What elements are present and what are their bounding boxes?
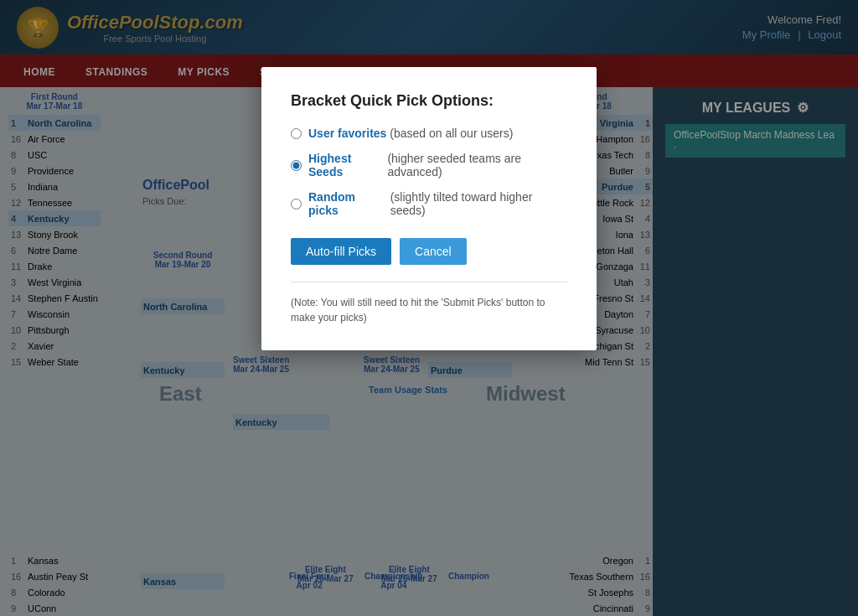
random-picks-label-bold: Random picks [308,190,387,217]
cancel-button[interactable]: Cancel [400,238,467,265]
modal-title: Bracket Quick Pick Options: [291,92,567,110]
modal-note: (Note: You will still need to hit the 'S… [291,282,567,325]
user-favorites-label-bold: User favorites [308,127,386,140]
user-favorites-label-normal: (based on all our users) [390,127,513,140]
modal-buttons: Auto-fill Picks Cancel [291,238,567,265]
random-picks-radio[interactable] [291,199,302,210]
quick-pick-modal: Bracket Quick Pick Options: User favorit… [261,67,597,350]
random-picks-option[interactable]: Random picks (slightly tilted toward hig… [291,190,567,217]
autofill-button[interactable]: Auto-fill Picks [291,238,391,265]
highest-seeds-label-normal: (higher seeded teams are advanced) [387,152,567,179]
modal-overlay: Bracket Quick Pick Options: User favorit… [0,0,858,616]
user-favorites-radio[interactable] [291,128,302,139]
highest-seeds-radio[interactable] [291,160,302,171]
highest-seeds-label-bold: Highest Seeds [308,152,385,179]
random-picks-label-normal: (slightly tilted toward higher seeds) [390,190,567,217]
user-favorites-option[interactable]: User favorites (based on all our users) [291,127,567,140]
highest-seeds-option[interactable]: Highest Seeds (higher seeded teams are a… [291,152,567,179]
